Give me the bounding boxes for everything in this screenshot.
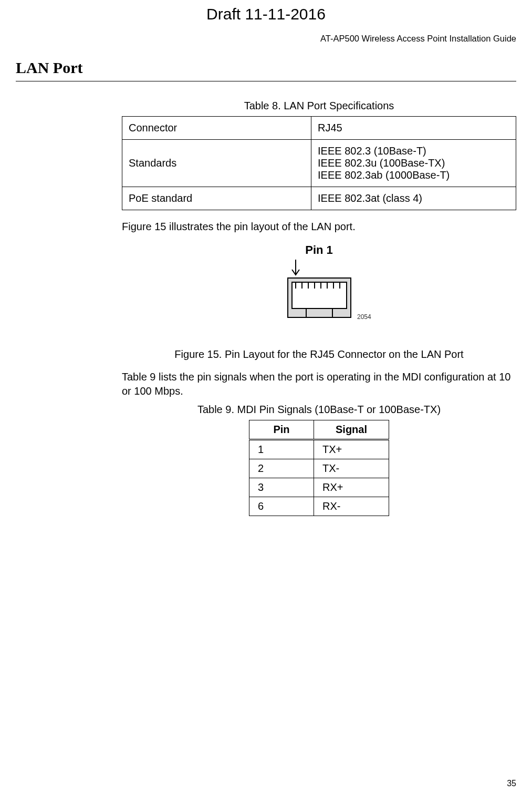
svg-rect-11 <box>306 308 332 317</box>
cell-pin: 6 <box>249 497 314 516</box>
table-row: 3 RX+ <box>249 478 389 497</box>
cell-signal: TX+ <box>314 440 389 459</box>
table8: Connector RJ45 Standards IEEE 802.3 (10B… <box>122 116 516 210</box>
table-row: Standards IEEE 802.3 (10Base-T) IEEE 802… <box>122 140 516 187</box>
cell-label: Connector <box>122 117 311 140</box>
table-row: PoE standard IEEE 802.3at (class 4) <box>122 187 516 210</box>
table-header-row: Pin Signal <box>249 420 389 440</box>
content-area: Table 8. LAN Port Specifications Connect… <box>122 100 516 516</box>
cell-label: Standards <box>122 140 311 187</box>
cell-signal: RX- <box>314 497 389 516</box>
table-row: Connector RJ45 <box>122 117 516 140</box>
table9: Pin Signal 1 TX+ 2 TX- 3 RX+ 6 RX- <box>249 420 389 516</box>
page-number: 35 <box>507 779 516 788</box>
header-signal: Signal <box>314 420 389 440</box>
doc-header: AT-AP500 Wireless Access Point Installat… <box>320 34 516 44</box>
figure-15: Pin 1 <box>122 243 516 338</box>
cell-pin: 2 <box>249 459 314 478</box>
table-row: 2 TX- <box>249 459 389 478</box>
table-row: 6 RX- <box>249 497 389 516</box>
section-title: LAN Port <box>16 59 516 81</box>
rj45-connector-icon: 2054 <box>122 257 516 338</box>
svg-rect-2 <box>292 282 347 308</box>
cell-signal: RX+ <box>314 478 389 497</box>
figure15-caption: Figure 15. Pin Layout for the RJ45 Conne… <box>122 348 516 361</box>
table9-caption: Table 9. MDI Pin Signals (10Base-T or 10… <box>122 404 516 416</box>
image-id: 2054 <box>357 313 371 321</box>
paragraph-table9: Table 9 lists the pin signals when the p… <box>122 370 516 398</box>
pin1-label: Pin 1 <box>122 243 516 257</box>
draft-stamp: Draft 11-11-2016 <box>206 5 326 23</box>
table8-caption: Table 8. LAN Port Specifications <box>122 100 516 112</box>
paragraph-fig15: Figure 15 illustrates the pin layout of … <box>122 220 516 234</box>
cell-pin: 3 <box>249 478 314 497</box>
cell-value: IEEE 802.3at (class 4) <box>311 187 516 210</box>
header-pin: Pin <box>249 420 314 440</box>
cell-value: IEEE 802.3 (10Base-T) IEEE 802.3u (100Ba… <box>311 140 516 187</box>
cell-value: RJ45 <box>311 117 516 140</box>
cell-label: PoE standard <box>122 187 311 210</box>
cell-pin: 1 <box>249 440 314 459</box>
table-row: 1 TX+ <box>249 440 389 459</box>
cell-signal: TX- <box>314 459 389 478</box>
